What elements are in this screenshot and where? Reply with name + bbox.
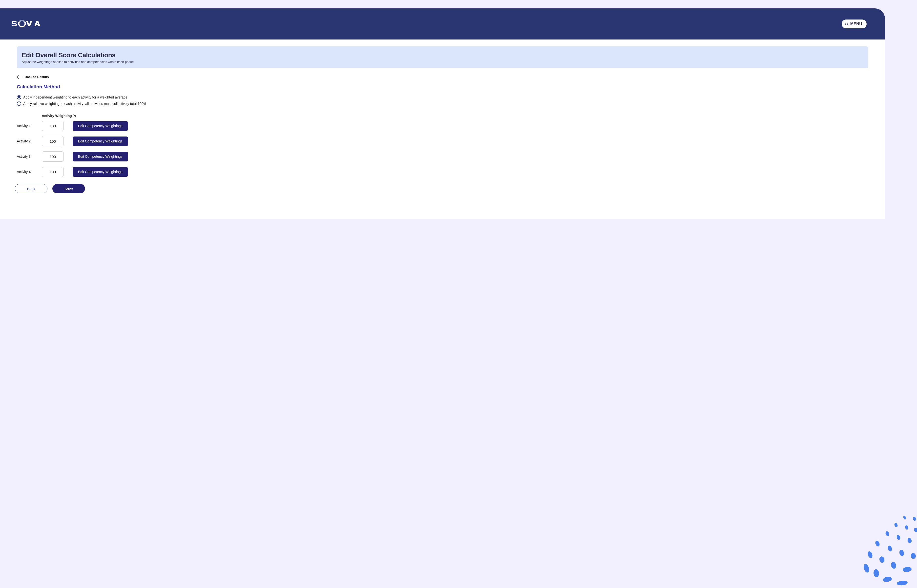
- radio-label: Apply relative weighting to each activit…: [23, 102, 146, 106]
- logo: [11, 19, 55, 29]
- svg-point-10: [875, 540, 880, 547]
- svg-point-21: [912, 517, 917, 521]
- activity-row: Activity 3 Edit Competency Weightings: [17, 151, 868, 162]
- radio-independent-weighting[interactable]: Apply independent weighting to each acti…: [17, 95, 868, 100]
- page-subtitle: Adjust the weightings applied to activit…: [22, 60, 863, 64]
- weighting-column-header: Activity Weighting %: [42, 114, 868, 118]
- arrow-left-icon: [17, 75, 22, 79]
- svg-point-20: [903, 515, 907, 520]
- radio-label: Apply independent weighting to each acti…: [23, 95, 128, 99]
- back-to-results-link[interactable]: Back to Results: [17, 75, 49, 79]
- content: Edit Overall Score Calculations Adjust t…: [0, 39, 885, 203]
- page-title-box: Edit Overall Score Calculations Adjust t…: [17, 47, 868, 68]
- menu-label: MENU: [850, 22, 862, 26]
- svg-point-14: [885, 531, 890, 537]
- edit-competency-weightings-button[interactable]: Edit Competency Weightings: [73, 167, 128, 177]
- activity-2-weight-input[interactable]: [42, 136, 64, 146]
- back-link-label: Back to Results: [25, 75, 49, 79]
- radio-relative-weighting[interactable]: Apply relative weighting to each activit…: [17, 102, 868, 106]
- activity-4-weight-input[interactable]: [42, 166, 64, 177]
- edit-competency-weightings-button[interactable]: Edit Competency Weightings: [73, 152, 128, 162]
- activity-label: Activity 1: [17, 124, 33, 128]
- section-heading: Calculation Method: [17, 84, 868, 90]
- activity-row: Activity 1 Edit Competency Weightings: [17, 121, 868, 131]
- activity-label: Activity 3: [17, 155, 33, 158]
- svg-point-13: [911, 552, 917, 559]
- svg-point-19: [914, 527, 917, 533]
- brush-decoration-icon: [828, 512, 917, 588]
- menu-button[interactable]: MENU: [842, 19, 867, 28]
- activity-1-weight-input[interactable]: [42, 121, 64, 131]
- radio-icon: [17, 102, 21, 106]
- page-title: Edit Overall Score Calculations: [22, 51, 863, 59]
- header: MENU: [0, 8, 885, 39]
- save-button[interactable]: Save: [52, 184, 85, 193]
- calculation-method-radio-group: Apply independent weighting to each acti…: [17, 95, 868, 106]
- svg-point-12: [899, 549, 905, 557]
- footer-buttons: Back Save: [15, 184, 868, 193]
- activity-row: Activity 2 Edit Competency Weightings: [17, 136, 868, 146]
- svg-point-16: [907, 537, 912, 544]
- activity-3-weight-input[interactable]: [42, 151, 64, 162]
- svg-point-6: [867, 551, 873, 559]
- activity-row: Activity 4 Edit Competency Weightings: [17, 166, 868, 177]
- radio-icon: [17, 95, 21, 100]
- activity-label: Activity 2: [17, 139, 33, 143]
- edit-competency-weightings-button[interactable]: Edit Competency Weightings: [73, 137, 128, 146]
- svg-point-4: [883, 576, 892, 583]
- edit-competency-weightings-button[interactable]: Edit Competency Weightings: [73, 121, 128, 131]
- activity-label: Activity 4: [17, 170, 33, 174]
- app-container: MENU Edit Overall Score Calculations Adj…: [0, 8, 885, 219]
- svg-point-2: [863, 563, 870, 573]
- svg-point-11: [887, 545, 893, 552]
- svg-point-18: [905, 525, 909, 530]
- svg-point-17: [894, 522, 898, 528]
- svg-point-5: [896, 580, 907, 586]
- back-button[interactable]: Back: [15, 184, 47, 193]
- svg-point-8: [890, 561, 896, 569]
- sova-logo-icon: [11, 19, 55, 29]
- svg-point-9: [902, 567, 912, 573]
- svg-point-7: [879, 556, 885, 563]
- menu-dots-icon: [845, 23, 848, 25]
- svg-point-15: [896, 535, 901, 540]
- svg-point-3: [873, 569, 879, 577]
